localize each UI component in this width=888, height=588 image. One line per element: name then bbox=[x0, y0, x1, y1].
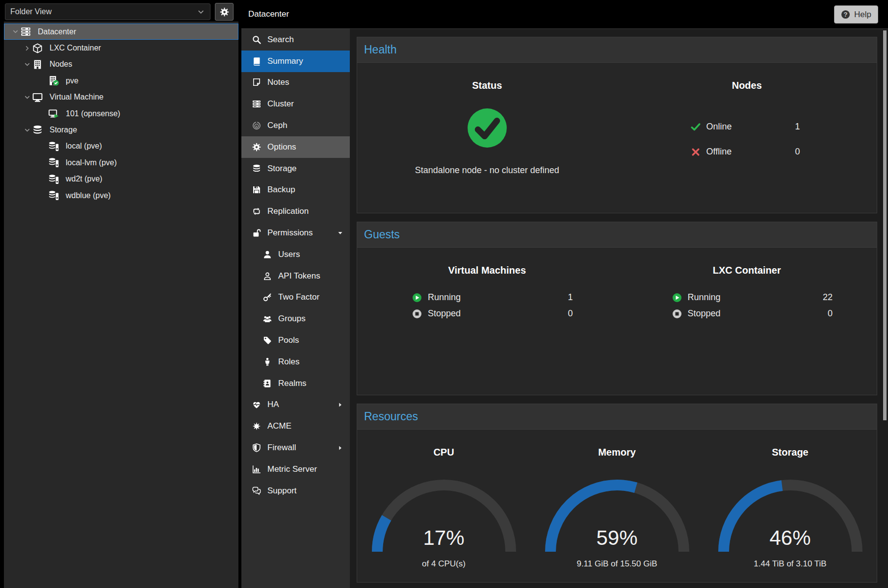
tree-item-wd2t-pve[interactable]: wd2t (pve) bbox=[4, 171, 238, 187]
menu-item-ceph[interactable]: Ceph bbox=[241, 115, 350, 136]
menu-item-pools[interactable]: Pools bbox=[241, 330, 350, 351]
menu-item-acme[interactable]: ACME bbox=[241, 415, 350, 437]
chart-icon bbox=[251, 465, 262, 474]
menu-item-label: Storage bbox=[267, 164, 297, 174]
database-drive-icon bbox=[49, 141, 62, 152]
content-header: ? Help bbox=[350, 0, 888, 29]
menu-item-label: Metric Server bbox=[267, 464, 317, 474]
check-icon bbox=[691, 122, 706, 132]
menu-item-metric-server[interactable]: Metric Server bbox=[241, 459, 350, 480]
menu-item-label: Options bbox=[267, 142, 296, 152]
tree-item-label: wdblue (pve) bbox=[62, 191, 111, 200]
caret-down-icon[interactable] bbox=[22, 94, 32, 101]
database-icon bbox=[251, 164, 262, 173]
expand-right-icon[interactable] bbox=[337, 445, 343, 451]
tree-item-datacenter[interactable]: Datacenter bbox=[4, 24, 238, 40]
menu-item-search[interactable]: Search bbox=[241, 29, 350, 51]
caret-right-icon[interactable] bbox=[22, 45, 32, 52]
menu-item-groups[interactable]: Groups bbox=[241, 308, 350, 330]
chevron-down-icon bbox=[197, 8, 205, 16]
caret-down-icon[interactable] bbox=[22, 61, 32, 68]
tree-item-label: Virtual Machine bbox=[46, 93, 104, 102]
gauge-percent: 46% bbox=[717, 526, 864, 550]
nodes-heading: Nodes bbox=[732, 79, 762, 92]
view-selector[interactable]: Folder View bbox=[5, 3, 210, 20]
menu-item-replication[interactable]: Replication bbox=[241, 201, 350, 222]
menu-item-realms[interactable]: Realms bbox=[241, 373, 350, 394]
status-heading: Status bbox=[472, 79, 502, 92]
menu-item-ha[interactable]: HA bbox=[241, 394, 350, 416]
gauge-detail: of 4 CPU(s) bbox=[422, 559, 466, 569]
gauge-heading: Storage bbox=[772, 446, 808, 459]
stat-label: Stopped bbox=[688, 308, 828, 319]
menu-item-label: HA bbox=[267, 400, 279, 409]
menu-item-options[interactable]: Options bbox=[241, 136, 350, 158]
resources-panel-title: Resources bbox=[357, 404, 877, 430]
help-icon: ? bbox=[841, 10, 850, 19]
tree-item-nodes[interactable]: Nodes bbox=[4, 56, 238, 73]
menu-item-roles[interactable]: Roles bbox=[241, 351, 350, 373]
tree-item-local-lvm-pve[interactable]: local-lvm (pve) bbox=[4, 154, 238, 171]
nodes-rows: Online1Offline0 bbox=[691, 114, 858, 164]
menu-item-backup[interactable]: Backup bbox=[241, 179, 350, 201]
stat-row-stopped: Stopped0 bbox=[672, 306, 833, 322]
users-icon bbox=[261, 314, 273, 323]
tree-item-101-opnsense[interactable]: 101 (opnsense) bbox=[4, 105, 238, 122]
menu-item-label: Permissions bbox=[267, 228, 313, 238]
building-check-icon bbox=[49, 76, 62, 86]
health-panel-title: Health bbox=[357, 37, 877, 63]
stat-label: Stopped bbox=[428, 308, 568, 319]
caret-down-icon[interactable] bbox=[10, 28, 21, 35]
scrollbar[interactable] bbox=[883, 30, 887, 420]
play-icon bbox=[672, 293, 688, 303]
menu-item-summary[interactable]: Summary bbox=[241, 51, 350, 72]
menu-item-firewall[interactable]: Firewall bbox=[241, 437, 350, 459]
stat-value: 0 bbox=[795, 147, 858, 157]
floppy-icon bbox=[251, 185, 262, 194]
guests-column-virtual-machines: Virtual MachinesRunning1Stopped0 bbox=[357, 248, 617, 395]
status-ok-icon bbox=[467, 107, 508, 149]
menu-item-api-tokens[interactable]: API Tokens bbox=[241, 265, 350, 287]
caret-down-icon[interactable] bbox=[22, 127, 32, 134]
menu-item-notes[interactable]: Notes bbox=[241, 72, 350, 94]
menu-item-two-factor[interactable]: Two Factor bbox=[241, 287, 350, 308]
menu-item-users[interactable]: Users bbox=[241, 244, 350, 265]
expand-right-icon[interactable] bbox=[337, 402, 343, 408]
tree-item-wdblue-pve[interactable]: wdblue (pve) bbox=[4, 187, 238, 204]
menu-list: SearchSummaryNotesClusterCephOptionsStor… bbox=[241, 28, 350, 588]
tree-item-storage[interactable]: Storage bbox=[4, 122, 238, 138]
status-message: Standalone node - no cluster defined bbox=[415, 165, 559, 176]
tree-item-local-pve[interactable]: local (pve) bbox=[4, 138, 238, 154]
storage-gauge-column: Storage46%1.44 TiB of 3.10 TiB bbox=[704, 430, 877, 582]
resources-panel: Resources CPU17%of 4 CPU(s)Memory59%9.11… bbox=[357, 404, 877, 583]
menu-item-label: ACME bbox=[267, 421, 291, 431]
server-icon bbox=[251, 100, 262, 108]
tree-item-virtual-machine[interactable]: Virtual Machine bbox=[4, 89, 238, 105]
menu-item-label: Replication bbox=[267, 206, 309, 216]
menu-item-support[interactable]: Support bbox=[241, 480, 350, 502]
sync-icon bbox=[251, 207, 262, 216]
address-book-icon bbox=[261, 379, 273, 388]
health-panel: Health Status Standalone node - no clust… bbox=[357, 37, 877, 213]
stat-label: Offline bbox=[706, 147, 795, 157]
ceph-icon bbox=[251, 121, 262, 130]
stop-icon bbox=[412, 309, 428, 319]
view-settings-button[interactable] bbox=[215, 3, 234, 21]
expand-down-icon[interactable] bbox=[337, 230, 343, 236]
gauge-heading: CPU bbox=[433, 446, 454, 459]
guests-rows: Running22Stopped0 bbox=[672, 289, 833, 322]
stat-row-offline: Offline0 bbox=[691, 139, 858, 164]
menu-item-cluster[interactable]: Cluster bbox=[241, 93, 350, 115]
server-icon bbox=[21, 26, 34, 37]
help-button-label: Help bbox=[854, 10, 871, 20]
tree-item-pve[interactable]: pve bbox=[4, 73, 238, 89]
stat-row-running: Running22 bbox=[672, 289, 833, 306]
play-icon bbox=[412, 293, 428, 303]
cpu-gauge: 17% bbox=[370, 478, 518, 553]
help-button[interactable]: ? Help bbox=[834, 5, 878, 24]
menu-item-label: Two Factor bbox=[278, 292, 319, 302]
menu-item-storage[interactable]: Storage bbox=[241, 158, 350, 179]
menu-item-permissions[interactable]: Permissions bbox=[241, 222, 350, 244]
tree-item-lxc-container[interactable]: LXC Container bbox=[4, 40, 238, 56]
guests-column-lxc-container: LXC ContainerRunning22Stopped0 bbox=[617, 248, 877, 395]
